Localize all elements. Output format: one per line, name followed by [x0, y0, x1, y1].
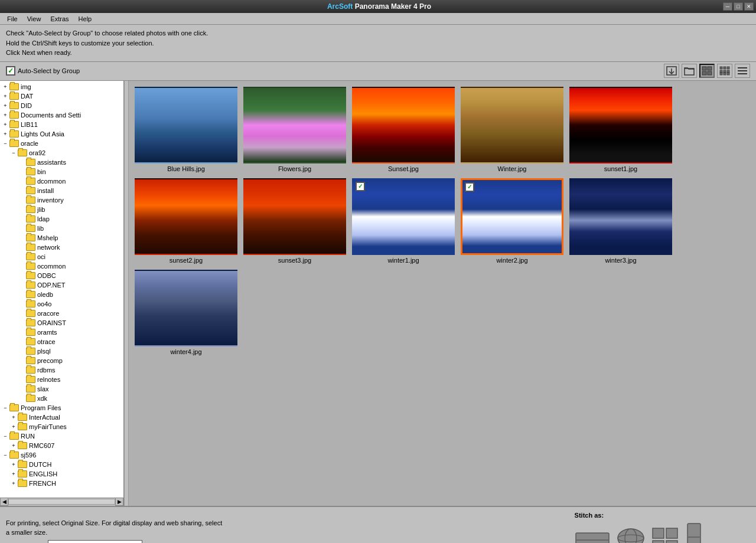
tree-expander-relnotes[interactable] [18, 375, 26, 384]
tree-expander-install[interactable] [18, 187, 26, 195]
tree-expander-dutch[interactable]: + [9, 460, 18, 469]
close-button[interactable]: ✕ [744, 2, 754, 11]
tree-item-plsql[interactable]: plsql [0, 346, 123, 356]
view-list-button[interactable] [735, 64, 750, 78]
tree-item-odbc[interactable]: ODBC [0, 271, 123, 280]
tree-item-did[interactable]: +DID [0, 101, 123, 110]
tree-expander-bin[interactable] [18, 168, 26, 176]
stitch-horizontal[interactable]: Horizontal [575, 528, 610, 544]
view-import-button[interactable] [664, 64, 679, 78]
photo-thumbnail[interactable] [569, 178, 672, 255]
tree-item-jlib[interactable]: jlib [0, 205, 123, 214]
tree-expander-oci[interactable] [18, 253, 26, 261]
tree-item-odp[interactable]: ODP.NET [0, 280, 123, 290]
tree-expander-odbc[interactable] [18, 272, 26, 280]
tree-item-mshelp[interactable]: Mshelp [0, 233, 123, 243]
tree-item-english[interactable]: +ENGLISH [0, 469, 123, 479]
tree-item-precomp[interactable]: precomp [0, 356, 123, 365]
panel-splitter[interactable] [124, 81, 129, 506]
photo-thumbnail[interactable]: ✓ [352, 178, 455, 255]
photo-thumbnail[interactable]: ✓ [461, 178, 563, 255]
tree-item-relnotes[interactable]: relnotes [0, 375, 123, 384]
tree-expander-lib11[interactable]: + [1, 120, 9, 129]
photo-item[interactable]: sunset3.jpg [243, 178, 346, 264]
tree-expander-ldap[interactable] [18, 215, 26, 223]
file-tree-content[interactable]: +img+DAT+DID+Documents and Setti+LIB11+L… [0, 81, 123, 498]
photo-thumbnail[interactable] [243, 178, 346, 255]
tree-expander-precomp[interactable] [18, 356, 26, 365]
tree-expander-lib[interactable] [18, 224, 26, 233]
photo-thumbnail[interactable] [243, 87, 346, 163]
tree-expander-mshelp[interactable] [18, 234, 26, 242]
tree-item-lights[interactable]: +Lights Out Asia [0, 129, 123, 139]
scroll-right-btn[interactable]: ▶ [115, 498, 123, 506]
photo-thumbnail[interactable] [461, 87, 563, 163]
tree-item-assistants[interactable]: assistants [0, 158, 123, 167]
photo-item[interactable]: Winter.jpg [461, 87, 563, 172]
photo-thumbnail[interactable] [135, 87, 237, 163]
tree-expander-run[interactable]: − [1, 432, 9, 440]
stitch-vertical[interactable]: Vertical [685, 522, 704, 544]
tree-item-documents[interactable]: +Documents and Setti [0, 110, 123, 120]
tree-expander-lights[interactable]: + [1, 130, 9, 138]
maximize-button[interactable]: □ [734, 2, 743, 11]
tree-item-lib11[interactable]: +LIB11 [0, 120, 123, 129]
tree-expander-network[interactable] [18, 243, 26, 251]
tree-item-ora92[interactable]: −ora92 [0, 148, 123, 158]
auto-select-checkbox[interactable] [6, 66, 15, 76]
tree-item-oo4o[interactable]: oo4o [0, 299, 123, 309]
photo-item[interactable]: sunset1.jpg [569, 87, 672, 172]
tree-expander-jlib[interactable] [18, 205, 26, 214]
tree-item-oracore[interactable]: oracore [0, 309, 123, 318]
tree-item-oci[interactable]: oci [0, 252, 123, 261]
tree-expander-myfairtunes[interactable]: + [9, 423, 18, 431]
view-folder-button[interactable] [682, 64, 697, 78]
tree-item-dat[interactable]: +DAT [0, 91, 123, 101]
tree-expander-interactual[interactable]: + [9, 413, 18, 421]
tree-item-ocommon[interactable]: ocommon [0, 261, 123, 271]
photo-item[interactable]: Sunset.jpg [352, 87, 455, 172]
tree-item-oramts[interactable]: oramts [0, 328, 123, 337]
tree-item-program_files[interactable]: −Program Files [0, 403, 123, 413]
tree-expander-program_files[interactable]: − [1, 404, 9, 412]
tree-expander-did[interactable]: + [1, 102, 9, 110]
tree-item-slax[interactable]: slax [0, 384, 123, 394]
stitch-360[interactable]: 360° [616, 525, 646, 544]
tree-expander-oracore[interactable] [18, 309, 26, 318]
tree-item-oledb[interactable]: oledb [0, 290, 123, 299]
tree-expander-inventory[interactable] [18, 196, 26, 204]
minimize-button[interactable]: ─ [723, 2, 732, 11]
view-small-icons-button[interactable] [717, 64, 732, 78]
menu-help[interactable]: Help [74, 14, 97, 24]
tree-scrollbar-h[interactable]: ◀ ▶ [0, 498, 123, 506]
menu-file[interactable]: File [2, 14, 22, 24]
tree-expander-ocommon[interactable] [18, 262, 26, 270]
tree-expander-rdbms[interactable] [18, 366, 26, 374]
photo-thumbnail[interactable] [135, 270, 237, 346]
tree-expander-otrace[interactable] [18, 338, 26, 346]
tree-expander-plsql[interactable] [18, 347, 26, 355]
tree-item-install[interactable]: install [0, 186, 123, 195]
tree-expander-slax[interactable] [18, 385, 26, 393]
tree-item-orainst[interactable]: ORAINST [0, 318, 123, 328]
tree-expander-english[interactable]: + [9, 470, 18, 478]
tree-item-otrace[interactable]: otrace [0, 337, 123, 346]
scroll-left-btn[interactable]: ◀ [0, 498, 8, 506]
tree-expander-ora92[interactable]: − [9, 149, 18, 157]
tree-item-network[interactable]: network [0, 243, 123, 252]
tree-item-rmc607[interactable]: +RMC607 [0, 441, 123, 450]
stitch-tile[interactable]: Tile [651, 527, 679, 544]
photo-item[interactable]: winter3.jpg [569, 178, 672, 264]
tree-expander-oracle[interactable]: − [1, 139, 9, 148]
tree-item-interactual[interactable]: +InterActual [0, 413, 123, 422]
tree-item-bin[interactable]: bin [0, 167, 123, 176]
photo-thumbnail[interactable] [569, 87, 672, 163]
tree-item-sj596[interactable]: −sj596 [0, 450, 123, 460]
tree-item-dutch[interactable]: +DUTCH [0, 460, 123, 469]
tree-item-lib[interactable]: lib [0, 224, 123, 233]
tree-expander-documents[interactable]: + [1, 111, 9, 119]
photo-item[interactable]: ✓winter2.jpg [461, 178, 563, 264]
tree-expander-sj596[interactable]: − [1, 451, 9, 459]
tree-expander-oo4o[interactable] [18, 300, 26, 308]
photo-item[interactable]: ✓winter1.jpg [352, 178, 455, 264]
